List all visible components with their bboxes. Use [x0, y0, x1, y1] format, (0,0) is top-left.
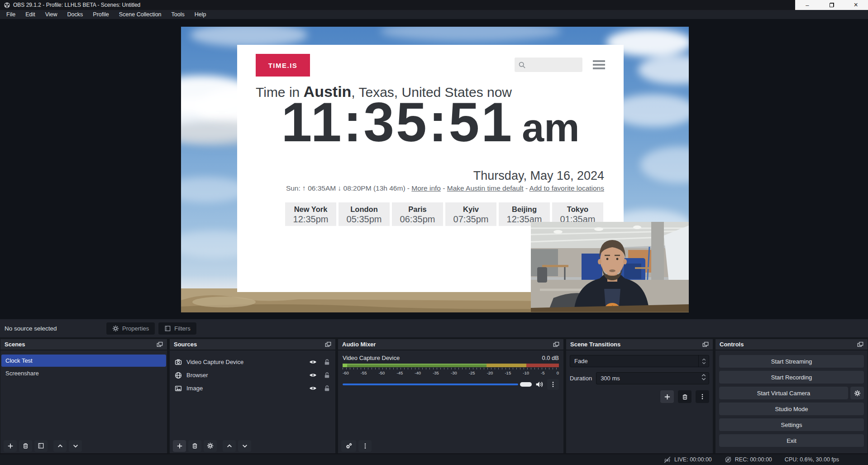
menu-profile[interactable]: Profile — [88, 10, 114, 19]
source-item-browser[interactable]: Browser — [170, 369, 335, 382]
source-toolbar: No source selected Properties Filters — [0, 319, 868, 337]
transition-menu-button[interactable] — [696, 390, 709, 403]
lock-open-icon[interactable] — [324, 372, 330, 379]
transition-select[interactable]: Fade — [570, 355, 709, 367]
menu-help[interactable]: Help — [190, 10, 211, 19]
menu-scene-collection[interactable]: Scene Collection — [114, 10, 167, 19]
transitions-header[interactable]: Scene Transitions — [566, 339, 713, 350]
settings-button[interactable]: Settings — [719, 418, 864, 431]
current-date: Thursday, May 16, 2024 — [473, 169, 604, 183]
source-item-video-capture[interactable]: Video Capture Device — [170, 355, 335, 369]
visibility-eye-icon[interactable] — [309, 384, 317, 392]
stream-off-icon — [663, 456, 671, 464]
menu-docks[interactable]: Docks — [62, 10, 88, 19]
menu-file[interactable]: File — [1, 10, 20, 19]
popout-icon[interactable] — [553, 341, 559, 348]
menu-view[interactable]: View — [40, 10, 62, 19]
search-icon — [518, 61, 526, 69]
controls-header[interactable]: Controls — [715, 339, 868, 350]
chevron-up-icon — [57, 443, 63, 449]
source-up-button[interactable] — [223, 440, 236, 452]
controls-panel: Controls Start Streaming Start Recording… — [715, 339, 868, 454]
hamburger-menu-icon[interactable] — [593, 60, 605, 69]
more-info-link[interactable]: More info — [411, 184, 441, 192]
timeis-logo[interactable]: TIME.IS — [256, 54, 310, 77]
scene-item-screenshare[interactable]: Screenshare — [1, 367, 166, 379]
live-status: LIVE: 00:00:00 — [663, 456, 712, 464]
advanced-audio-button[interactable] — [341, 440, 356, 452]
filters-button[interactable]: Filters — [158, 322, 196, 335]
menu-tools[interactable]: Tools — [167, 10, 190, 19]
popout-icon[interactable] — [157, 341, 163, 348]
scene-item-clock-test[interactable]: Clock Test — [1, 355, 166, 367]
mixer-source-row: Video Capture Device 0.0 dB — [343, 355, 559, 361]
restore-button[interactable] — [820, 0, 844, 10]
mixer-source-menu-button[interactable] — [547, 379, 559, 390]
search-input[interactable] — [515, 58, 582, 72]
properties-button[interactable]: Properties — [106, 322, 155, 335]
make-default-link[interactable]: Make Austin time default — [447, 184, 524, 192]
obs-window: OBS 29.1.2 - Profile: LLHLS BETA - Scene… — [0, 0, 868, 465]
duration-input[interactable]: 300 ms — [596, 372, 709, 384]
lock-open-icon[interactable] — [324, 385, 330, 392]
spinbox-arrows[interactable] — [701, 374, 706, 381]
current-time: 11:35:51 — [281, 95, 514, 150]
volume-slider[interactable] — [343, 384, 518, 385]
exit-button[interactable]: Exit — [719, 434, 864, 447]
rec-status: REC: 00:00:00 — [725, 456, 772, 463]
plus-icon — [664, 393, 671, 400]
mixer-menu-button[interactable] — [358, 440, 372, 452]
minimize-button[interactable]: – — [795, 0, 820, 10]
dots-icon — [550, 381, 556, 388]
source-list: Video Capture Device Browser — [170, 350, 335, 395]
audio-mixer-panel: Audio Mixer Video Capture Device 0.0 dB … — [338, 339, 564, 454]
scenes-header[interactable]: Scenes — [0, 339, 167, 350]
add-source-button[interactable] — [173, 440, 186, 452]
obs-logo-icon — [4, 2, 10, 8]
city-london[interactable]: London05:35pm — [339, 202, 390, 226]
mixer-source-name: Video Capture Device — [343, 355, 400, 361]
visibility-eye-icon[interactable] — [309, 371, 317, 379]
remove-transition-button[interactable] — [678, 390, 692, 403]
scene-filters-button[interactable] — [34, 440, 48, 452]
popout-icon[interactable] — [857, 341, 863, 348]
city-kyiv[interactable]: Kyiv07:35pm — [445, 202, 496, 226]
record-off-icon — [725, 456, 732, 463]
source-item-image[interactable]: Image — [170, 382, 335, 395]
sources-header[interactable]: Sources — [170, 339, 335, 350]
start-streaming-button[interactable]: Start Streaming — [719, 355, 864, 368]
dots-icon — [699, 393, 706, 400]
remove-source-button[interactable] — [188, 440, 201, 452]
source-down-button[interactable] — [238, 440, 251, 452]
close-button[interactable]: × — [844, 0, 868, 10]
camera-icon — [175, 359, 182, 366]
chevron-up-icon — [702, 358, 706, 361]
speaker-icon[interactable] — [535, 380, 544, 388]
chevron-down-icon — [242, 443, 248, 449]
menu-edit[interactable]: Edit — [20, 10, 40, 19]
volume-slider-handle[interactable] — [520, 382, 532, 387]
lock-open-icon[interactable] — [324, 359, 330, 365]
dropdown-spinner[interactable] — [698, 355, 709, 367]
add-favorite-link[interactable]: Add to favorite locations — [529, 184, 604, 192]
popout-icon[interactable] — [702, 341, 709, 348]
popout-icon[interactable] — [325, 341, 331, 348]
scene-down-button[interactable] — [69, 440, 82, 452]
virtual-camera-config-button[interactable] — [850, 387, 864, 399]
filter-icon — [38, 442, 44, 449]
city-newyork[interactable]: New York12:35pm — [285, 202, 336, 226]
audio-mixer-header[interactable]: Audio Mixer — [338, 339, 563, 350]
program-preview[interactable]: TIME.IS Time in Austin, Texas, United St… — [181, 27, 689, 312]
remove-scene-button[interactable] — [19, 440, 32, 452]
start-recording-button[interactable]: Start Recording — [719, 371, 864, 384]
source-properties-button[interactable] — [204, 440, 217, 452]
studio-mode-button[interactable]: Studio Mode — [719, 403, 864, 415]
scene-up-button[interactable] — [53, 440, 67, 452]
add-scene-button[interactable] — [4, 440, 17, 452]
add-transition-button[interactable] — [660, 390, 674, 403]
globe-icon — [175, 372, 182, 379]
start-virtual-camera-button[interactable]: Start Virtual Camera — [719, 387, 848, 399]
city-paris[interactable]: Paris06:35pm — [392, 202, 443, 226]
visibility-eye-icon[interactable] — [309, 358, 317, 366]
gears-icon — [345, 442, 353, 450]
